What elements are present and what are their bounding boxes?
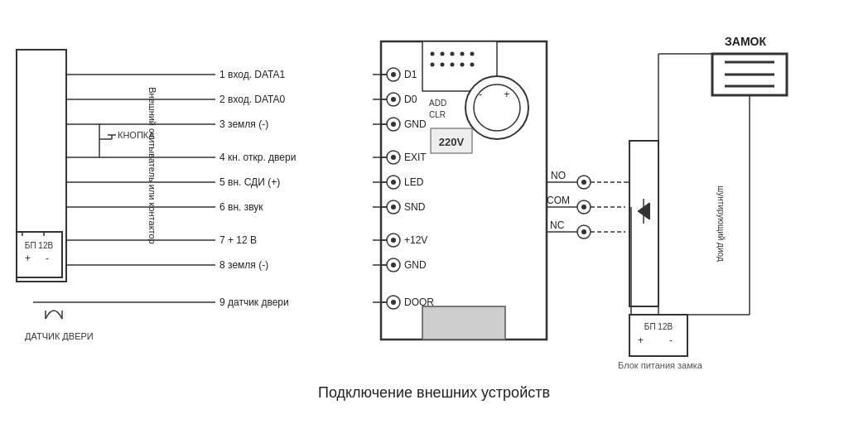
- button-label: КНОПКА: [118, 130, 155, 140]
- SND-label: SND: [404, 201, 426, 213]
- svg-point-49: [391, 97, 396, 102]
- pin2-label: 2 вход. DATA0: [219, 94, 286, 105]
- svg-point-67: [391, 263, 396, 267]
- svg-point-28: [441, 52, 445, 56]
- D0-label: D0: [404, 94, 417, 105]
- svg-text:шунтирующий диод: шунтирующий диод: [716, 186, 726, 262]
- svg-point-36: [470, 63, 475, 67]
- svg-text:+: +: [638, 335, 644, 346]
- svg-text:БП 12В: БП 12В: [25, 241, 54, 250]
- svg-point-87: [581, 205, 586, 210]
- svg-point-32: [431, 63, 435, 67]
- svg-text:Внешний считыватель или контак: Внешний считыватель или контактор: [147, 87, 157, 243]
- svg-text:220V: 220V: [439, 136, 465, 148]
- svg-point-84: [581, 180, 586, 185]
- svg-text:+: +: [504, 88, 510, 100]
- svg-point-58: [391, 180, 396, 185]
- svg-point-55: [391, 155, 396, 160]
- GND2-label: GND: [404, 259, 427, 271]
- pin9-label: 9 датчик двери: [219, 296, 289, 308]
- pin4-label: 4 кн. откр. двери: [219, 152, 296, 163]
- NO-label: NO: [551, 170, 566, 181]
- pin8-label: 8 земля (-): [219, 259, 268, 271]
- svg-point-29: [451, 52, 455, 56]
- svg-point-70: [391, 300, 396, 305]
- svg-point-46: [391, 72, 396, 77]
- svg-point-52: [391, 122, 396, 127]
- COM-label: COM: [547, 195, 570, 206]
- lock-label: ЗАМОК: [725, 35, 766, 48]
- svg-text:-: -: [669, 335, 673, 346]
- svg-point-90: [581, 229, 586, 234]
- svg-text:CLR: CLR: [429, 110, 446, 119]
- svg-point-27: [431, 52, 435, 56]
- GND1-label: GND: [404, 118, 427, 130]
- pin1-label: 1 вход. DATA1: [219, 69, 286, 80]
- svg-point-35: [461, 63, 465, 67]
- svg-point-64: [391, 238, 396, 243]
- NC-label: NC: [550, 219, 565, 231]
- pin5-label: 5 вн. СДИ (+): [219, 176, 280, 188]
- pin7-label: 7 + 12 В: [219, 234, 257, 246]
- svg-point-31: [470, 52, 475, 56]
- pin3-label: 3 земля (-): [219, 118, 268, 130]
- svg-rect-16: [17, 232, 62, 277]
- svg-point-61: [391, 205, 396, 210]
- caption: Подключение внешних устройств: [318, 384, 550, 401]
- svg-text:БП 12В: БП 12В: [644, 322, 673, 331]
- svg-text:+: +: [25, 253, 31, 264]
- svg-point-33: [441, 63, 445, 67]
- pin6-label: 6 вн. звук: [219, 201, 263, 213]
- D1-label: D1: [404, 69, 417, 80]
- svg-text:ADD: ADD: [429, 99, 446, 108]
- lock-power-label: Блок питания замка: [618, 360, 703, 370]
- LED-label: LED: [404, 176, 424, 188]
- door-sensor-label: ДАТЧИК ДВЕРИ: [25, 331, 94, 341]
- PLUS12V-label: +12V: [404, 234, 427, 246]
- EXIT-label: EXIT: [404, 152, 427, 163]
- svg-text:-: -: [46, 253, 49, 264]
- diagram-container: Внешний считыватель или контактор КНОПКА…: [0, 0, 868, 424]
- svg-point-34: [451, 63, 455, 67]
- svg-point-30: [461, 52, 465, 56]
- svg-rect-72: [422, 306, 505, 340]
- svg-text:-: -: [479, 88, 482, 100]
